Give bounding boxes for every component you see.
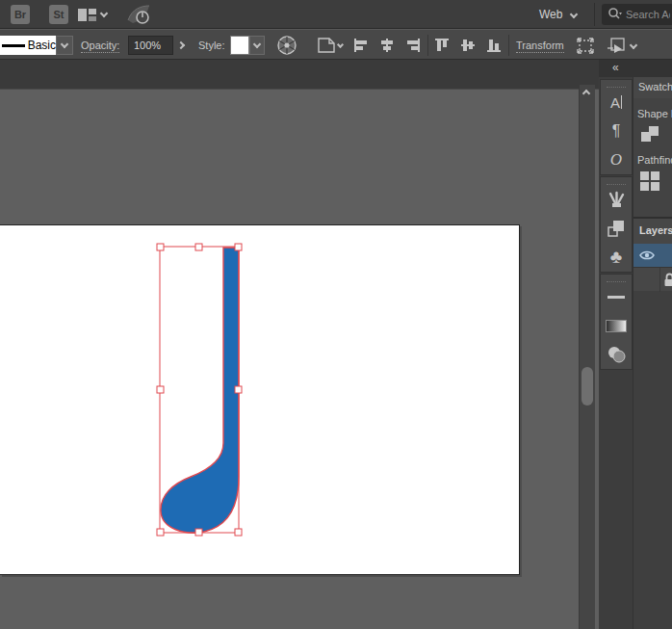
handle-middle-right[interactable] (235, 386, 242, 393)
handle-top-left[interactable] (157, 244, 164, 250)
lock-icon (663, 273, 672, 287)
visibility-icon[interactable] (639, 249, 655, 261)
gpu-performance-icon (125, 4, 152, 26)
layer-row-selected[interactable] (633, 244, 672, 267)
scrollbar-thumb[interactable] (582, 367, 593, 406)
brushes-panel-button[interactable] (601, 185, 632, 214)
align-bottom-icon (486, 38, 502, 53)
handle-bottom-right[interactable] (235, 529, 242, 536)
unite-button[interactable] (638, 123, 661, 148)
isolate-mode-button[interactable] (606, 37, 627, 55)
shape-properties-button[interactable] (316, 36, 337, 55)
brush-definition-control[interactable]: Basic (0, 36, 56, 55)
lock-toggle[interactable] (659, 268, 672, 292)
align-center-icon (379, 38, 395, 53)
stroke-panel-button[interactable] (601, 282, 632, 311)
style-label: Style: (198, 39, 225, 51)
stock-button[interactable]: St (49, 5, 68, 24)
controlbar-divider (508, 35, 509, 56)
gpu-performance-button[interactable] (125, 4, 152, 28)
align-right-button[interactable] (405, 38, 421, 53)
chevron-down-icon (61, 39, 68, 47)
opacity-field[interactable] (128, 36, 173, 55)
align-bottom-button[interactable] (486, 38, 502, 53)
selected-shape[interactable] (161, 248, 239, 533)
dock-header: « (599, 60, 672, 77)
handle-top-center[interactable] (195, 244, 202, 250)
pathfinders-label: Pathfinders: (637, 154, 672, 166)
transparency-panel-button[interactable] (601, 340, 632, 369)
opacity-stepper[interactable] (173, 36, 190, 55)
workspace-menu-label: Web (539, 8, 562, 21)
free-transform-button[interactable] (575, 37, 596, 55)
layers-panel-body (633, 291, 672, 629)
chevron-down-icon[interactable] (100, 10, 108, 17)
appbar-divider (594, 3, 595, 26)
workspace-switcher-menu[interactable]: Web (539, 0, 577, 29)
chevron-down-icon (253, 39, 261, 47)
brush-definition-dropdown[interactable] (56, 36, 73, 55)
symbols-panel-icon: ♣ (610, 247, 622, 268)
graphic-style-swatch[interactable] (230, 36, 249, 55)
gradient-panel-button[interactable] (601, 311, 632, 340)
search-input[interactable] (626, 9, 670, 20)
control-bar: Basic Opacity: Style: (0, 29, 672, 60)
workspace-switcher-icon (78, 8, 97, 22)
vertical-scrollbar[interactable] (579, 85, 595, 629)
chevron-down-icon[interactable] (630, 41, 637, 49)
swatches-tab-row: Swatches (633, 77, 672, 98)
align-middle-button[interactable] (460, 38, 476, 53)
search-icon (607, 7, 626, 22)
chevron-down-icon[interactable] (337, 41, 344, 48)
layers-panel: Layers (633, 217, 672, 629)
handle-middle-left[interactable] (157, 386, 164, 393)
align-left-icon (353, 38, 369, 53)
opentype-panel-icon: O (610, 150, 622, 170)
gradient-panel-icon (606, 320, 627, 332)
character-panel-button[interactable]: A (601, 88, 632, 117)
chevron-right-icon (176, 41, 184, 49)
align-center-button[interactable] (379, 38, 395, 53)
tab-layers[interactable]: Layers (633, 219, 672, 244)
graphic-style-dropdown[interactable] (249, 36, 265, 55)
opacity-input[interactable] (129, 39, 168, 51)
artboards-panel-icon (607, 219, 626, 238)
bridge-button[interactable]: Br (11, 5, 30, 24)
opacity-label[interactable]: Opacity: (81, 39, 119, 53)
controlbar-divider (427, 35, 428, 56)
document-tab-strip (0, 60, 599, 90)
shape-properties-icon (317, 37, 336, 54)
brushes-panel-icon (607, 190, 626, 209)
transform-link[interactable]: Transform (516, 39, 564, 53)
isolate-mode-icon (606, 37, 627, 55)
handle-top-right[interactable] (235, 244, 242, 250)
recolor-artwork-button[interactable] (275, 35, 298, 56)
handle-bottom-left[interactable] (157, 529, 164, 536)
shape-modes-label: Shape Modes: (637, 108, 672, 119)
paragraph-panel-icon: ¶ (612, 122, 621, 140)
handle-bottom-center[interactable] (195, 529, 202, 536)
arrange-documents-button[interactable] (78, 8, 97, 24)
bridge-button-label: Br (14, 9, 26, 20)
illustrator-window: Br St Web (0, 0, 672, 629)
panel-dock: « A ¶ O (599, 60, 672, 629)
align-left-button[interactable] (353, 38, 369, 53)
align-top-button[interactable] (434, 38, 450, 53)
symbols-panel-button[interactable]: ♣ (601, 243, 632, 272)
artboards-panel-button[interactable] (601, 214, 632, 243)
stock-search-box[interactable] (602, 4, 672, 25)
divide-button[interactable] (638, 170, 661, 195)
layer-row[interactable] (633, 267, 672, 291)
stock-button-label: St (54, 9, 65, 20)
type-panel-group: A ¶ O (600, 79, 633, 175)
paragraph-panel-button[interactable]: ¶ (601, 117, 632, 145)
appearance-panel-group (600, 274, 633, 370)
application-bar: Br St Web (0, 0, 672, 29)
layers-tab-row: Layers (633, 219, 672, 244)
collapse-panels-button[interactable]: « (612, 61, 618, 74)
tab-swatches[interactable]: Swatches (633, 77, 672, 98)
stroke-panel-icon (607, 296, 625, 299)
transparency-panel-icon (606, 345, 627, 364)
opentype-panel-button[interactable]: O (601, 145, 632, 174)
scroll-up-icon[interactable] (582, 90, 590, 97)
